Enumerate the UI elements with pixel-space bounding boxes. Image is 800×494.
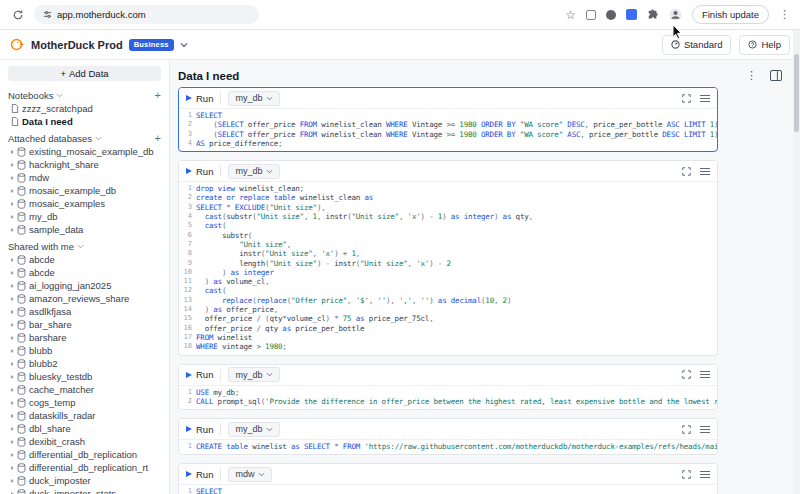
- caret-right-icon[interactable]: [11, 284, 14, 288]
- cell-menu-icon[interactable]: [700, 94, 710, 103]
- scrollbar-thumb[interactable]: [794, 54, 799, 132]
- cell-menu-icon[interactable]: [700, 425, 710, 434]
- caret-right-icon[interactable]: [11, 349, 14, 353]
- url-bar[interactable]: app.motherduck.com: [34, 5, 259, 24]
- caret-right-icon[interactable]: [11, 228, 14, 232]
- caret-right-icon[interactable]: [11, 375, 14, 379]
- bookmark-star-icon[interactable]: ☆: [565, 9, 576, 21]
- shared-database-item[interactable]: bar_share: [8, 318, 161, 331]
- shared-database-item[interactable]: abcde: [8, 266, 161, 279]
- shared-database-item[interactable]: dataskills_radar: [8, 409, 161, 422]
- attached-database-item[interactable]: mosaic_example_db: [8, 184, 161, 197]
- caret-right-icon[interactable]: [11, 258, 14, 262]
- notebook-menu-icon[interactable]: ⋮: [746, 70, 757, 81]
- reload-icon[interactable]: [10, 7, 26, 23]
- caret-right-icon[interactable]: [11, 150, 14, 154]
- site-info-icon[interactable]: [43, 10, 52, 19]
- caret-right-icon[interactable]: [11, 479, 14, 483]
- attached-database-item[interactable]: mosaic_examples: [8, 197, 161, 210]
- sidebar-notebook-item[interactable]: Data I need: [8, 115, 161, 128]
- caret-right-icon[interactable]: [11, 388, 14, 392]
- extension-icon[interactable]: [606, 10, 616, 20]
- browser-menu-icon[interactable]: ⋮: [779, 8, 790, 21]
- shared-database-item[interactable]: blubb: [8, 344, 161, 357]
- shared-database-item[interactable]: duck_imposter_stats: [8, 487, 161, 494]
- caret-right-icon[interactable]: [11, 414, 14, 418]
- shared-database-item[interactable]: asdlkfjasa: [8, 305, 161, 318]
- shared-database-item[interactable]: ai_logging_jan2025: [8, 279, 161, 292]
- attached-database-item[interactable]: existing_mosaic_example_db: [8, 145, 161, 158]
- code-editor[interactable]: 123456789101112131415161718drop view win…: [179, 182, 717, 354]
- caret-right-icon[interactable]: [11, 215, 14, 219]
- cell-menu-icon[interactable]: [700, 470, 710, 479]
- caret-right-icon[interactable]: [11, 440, 14, 444]
- attached-database-item[interactable]: sample_data: [8, 223, 161, 236]
- add-data-button[interactable]: + Add Data: [8, 66, 161, 81]
- caret-right-icon[interactable]: [11, 466, 14, 470]
- expand-cell-icon[interactable]: [682, 94, 691, 103]
- caret-right-icon[interactable]: [11, 427, 14, 431]
- code-editor[interactable]: 1234SELECT s.user_email, z.Company_Name,…: [179, 485, 717, 494]
- sidebar-notebook-item[interactable]: zzzz_scratchpad: [8, 102, 161, 115]
- add-notebook-button[interactable]: +: [155, 90, 161, 101]
- run-button[interactable]: Run: [186, 469, 213, 480]
- caret-right-icon[interactable]: [11, 271, 14, 275]
- pinned-extension-icon[interactable]: [626, 9, 637, 20]
- shared-database-item[interactable]: amazon_reviews_share: [8, 292, 161, 305]
- help-button[interactable]: Help: [739, 35, 790, 55]
- caret-right-icon[interactable]: [11, 176, 14, 180]
- shared-database-item[interactable]: differential_db_replication_rt: [8, 461, 161, 474]
- caret-right-icon[interactable]: [11, 189, 14, 193]
- cell-menu-icon[interactable]: [700, 370, 710, 379]
- attached-database-item[interactable]: mdw: [8, 171, 161, 184]
- attach-database-button[interactable]: +: [155, 133, 161, 144]
- code-editor[interactable]: 1234SELECT (SELECT offer_price FROM wine…: [179, 109, 717, 151]
- sidebar-section-notebooks[interactable]: Notebooks +: [8, 88, 161, 102]
- caret-right-icon[interactable]: [11, 401, 14, 405]
- expand-cell-icon[interactable]: [682, 370, 691, 379]
- shared-database-item[interactable]: bluesky_testdb: [8, 370, 161, 383]
- finish-update-button[interactable]: Finish update: [692, 5, 769, 24]
- workspace-chevron-down-icon[interactable]: [180, 42, 188, 48]
- database-selector[interactable]: mdw: [228, 467, 272, 482]
- caret-right-icon[interactable]: [11, 163, 14, 167]
- database-selector[interactable]: my_db: [228, 91, 280, 106]
- shared-database-item[interactable]: abcde: [8, 253, 161, 266]
- run-button[interactable]: Run: [186, 369, 213, 380]
- caret-right-icon[interactable]: [11, 202, 14, 206]
- page-scrollbar[interactable]: [793, 30, 800, 494]
- shared-database-item[interactable]: dexibit_crash: [8, 435, 161, 448]
- toggle-panel-icon[interactable]: [770, 70, 782, 81]
- cell-menu-icon[interactable]: [700, 167, 710, 176]
- extension-icon[interactable]: [586, 10, 596, 20]
- code-editor[interactable]: 1CREATE table winelist as SELECT * FROM …: [179, 440, 717, 454]
- shared-database-item[interactable]: duck_imposter: [8, 474, 161, 487]
- shared-database-item[interactable]: dbl_share: [8, 422, 161, 435]
- caret-right-icon[interactable]: [11, 310, 14, 314]
- extensions-puzzle-icon[interactable]: [647, 9, 659, 21]
- shared-database-item[interactable]: cache_matcher: [8, 383, 161, 396]
- attached-database-item[interactable]: my_db: [8, 210, 161, 223]
- run-button[interactable]: Run: [186, 166, 213, 177]
- caret-right-icon[interactable]: [11, 336, 14, 340]
- code-editor[interactable]: 12USE my_db;CALL prompt_sql('Provide the…: [179, 386, 717, 410]
- expand-cell-icon[interactable]: [682, 167, 691, 176]
- caret-right-icon[interactable]: [11, 453, 14, 457]
- database-selector[interactable]: my_db: [228, 164, 280, 179]
- database-selector[interactable]: my_db: [228, 422, 280, 437]
- caret-right-icon[interactable]: [11, 362, 14, 366]
- run-button[interactable]: Run: [186, 424, 213, 435]
- attached-database-item[interactable]: hacknight_share: [8, 158, 161, 171]
- profile-avatar-icon[interactable]: [669, 8, 682, 21]
- expand-cell-icon[interactable]: [682, 425, 691, 434]
- caret-right-icon[interactable]: [11, 323, 14, 327]
- database-selector[interactable]: my_db: [228, 367, 280, 382]
- shared-database-item[interactable]: differential_db_replication: [8, 448, 161, 461]
- shared-database-item[interactable]: cogs_temp: [8, 396, 161, 409]
- run-button[interactable]: Run: [186, 93, 213, 104]
- sidebar-section-shared-with-me[interactable]: Shared with me: [8, 239, 161, 253]
- expand-cell-icon[interactable]: [682, 470, 691, 479]
- compute-size-button[interactable]: Standard: [662, 35, 732, 55]
- sidebar-section-attached-databases[interactable]: Attached databases +: [8, 131, 161, 145]
- shared-database-item[interactable]: barshare: [8, 331, 161, 344]
